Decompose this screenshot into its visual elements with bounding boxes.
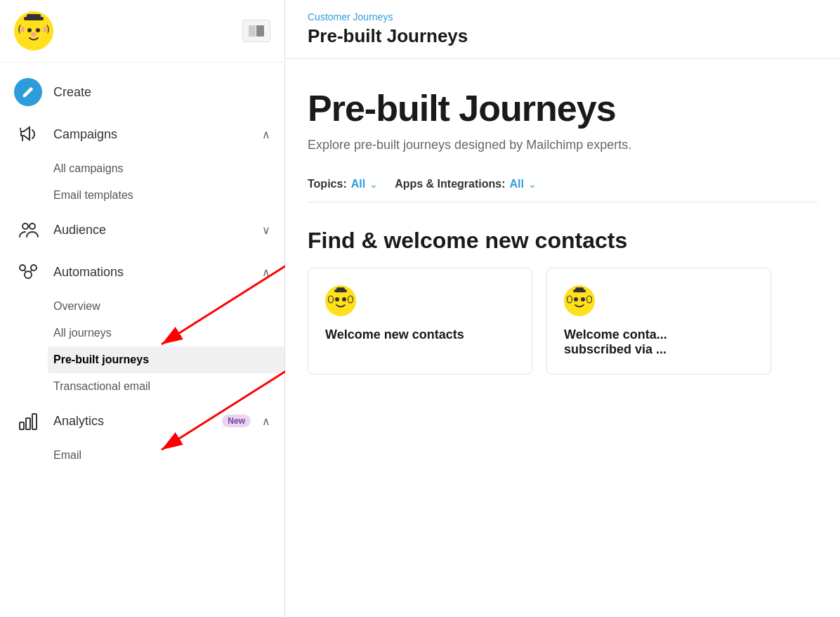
svg-rect-37 [575,287,584,291]
card-2-icon [564,285,595,316]
svg-point-35 [587,296,592,303]
sidebar-item-pre-built-journeys[interactable]: Pre-built journeys [48,346,284,373]
sidebar-item-analytics[interactable]: Analytics New ∧ [0,400,284,442]
analytics-chevron: ∧ [262,415,270,428]
sidebar-item-all-journeys[interactable]: All journeys [53,320,284,346]
svg-point-28 [348,296,353,303]
topics-filter[interactable]: Topics: All ⌄ [308,178,378,190]
svg-point-25 [335,297,339,301]
mailchimp-logo[interactable] [14,11,53,51]
megaphone-icon [14,120,42,148]
svg-point-34 [567,296,572,303]
apps-filter-label: Apps & Integrations: [395,178,505,190]
svg-point-26 [342,297,346,301]
audience-chevron: ∨ [262,223,270,237]
svg-point-7 [36,28,40,32]
topics-filter-label: Topics: [308,178,347,190]
page-title: Pre-built Journeys [308,25,818,47]
svg-point-14 [29,223,35,229]
sidebar: Create Campaigns ∧ All campaigns Email t… [0,0,285,617]
svg-point-17 [31,265,37,271]
journey-card-welcome-subscribed[interactable]: Welcome conta...subscribed via ... [546,268,771,375]
sidebar-item-audience[interactable]: Audience ∨ [0,209,284,251]
svg-point-27 [329,296,334,303]
topics-chevron-icon: ⌄ [369,178,378,190]
journey-card-welcome-new[interactable]: Welcome new contacts [308,268,532,375]
card-1-icon [325,285,356,316]
sidebar-toggle-button[interactable] [242,20,270,42]
sidebar-item-automations[interactable]: Automations ∧ [0,251,284,293]
audience-label: Audience [53,223,251,238]
campaigns-label: Campaigns [53,127,251,142]
audience-icon [14,216,42,244]
svg-point-10 [44,27,47,32]
sidebar-top [0,0,284,63]
sidebar-item-all-campaigns[interactable]: All campaigns [53,155,284,182]
automations-icon [14,258,42,286]
analytics-label: Analytics [53,414,205,429]
campaigns-subnav: All campaigns Email templates [0,155,284,209]
svg-rect-30 [336,287,345,291]
svg-rect-12 [249,25,256,37]
breadcrumb: Customer Journeys [308,11,818,22]
svg-rect-19 [26,418,30,429]
create-label: Create [53,85,270,100]
sidebar-item-email[interactable]: Email [53,442,284,469]
apps-filter-value: All [510,178,524,190]
sidebar-item-create[interactable]: Create [0,71,284,113]
analytics-new-badge: New [222,415,251,427]
svg-rect-18 [20,422,24,429]
svg-point-6 [27,28,32,32]
hero-subtitle: Explore pre-built journeys designed by M… [308,138,818,152]
card-1-title: Welcome new contacts [325,327,515,342]
apps-filter[interactable]: Apps & Integrations: All ⌄ [395,178,537,190]
freddie-icon [14,11,53,51]
main-header: Customer Journeys Pre-built Journeys [285,0,840,59]
card-2-title: Welcome conta...subscribed via ... [564,327,754,357]
analytics-icon [14,407,42,435]
sidebar-item-transactional-email[interactable]: Transactional email [53,373,284,400]
main-body: Pre-built Journeys Explore pre-built jou… [285,59,840,617]
main-content: Customer Journeys Pre-built Journeys Pre… [285,0,840,617]
svg-point-9 [21,27,25,32]
sidebar-item-overview[interactable]: Overview [53,293,284,320]
hero-title: Pre-built Journeys [308,87,818,129]
sidebar-item-campaigns[interactable]: Campaigns ∧ [0,113,284,155]
topics-filter-value: All [351,178,365,190]
toggle-icon [249,25,264,37]
svg-point-8 [31,32,37,37]
svg-point-33 [581,297,585,301]
svg-point-16 [20,265,25,271]
svg-point-32 [574,297,578,301]
svg-rect-20 [32,414,37,429]
journey-cards-row: Welcome new contacts Welco [308,268,818,375]
create-icon [14,78,42,106]
automations-chevron: ∧ [262,266,270,279]
filters-row: Topics: All ⌄ Apps & Integrations: All ⌄ [308,178,818,202]
section-title: Find & welcome new contacts [308,228,818,254]
sidebar-navigation: Create Campaigns ∧ All campaigns Email t… [0,63,284,477]
svg-point-13 [22,223,28,229]
sidebar-item-email-templates[interactable]: Email templates [53,182,284,209]
apps-chevron-icon: ⌄ [528,178,537,190]
campaigns-chevron: ∧ [262,128,270,141]
analytics-subnav: Email [0,442,284,469]
automations-subnav: Overview All journeys Pre-built journeys… [0,293,284,400]
svg-rect-11 [256,25,264,37]
automations-label: Automations [53,265,251,280]
svg-rect-5 [27,14,41,19]
